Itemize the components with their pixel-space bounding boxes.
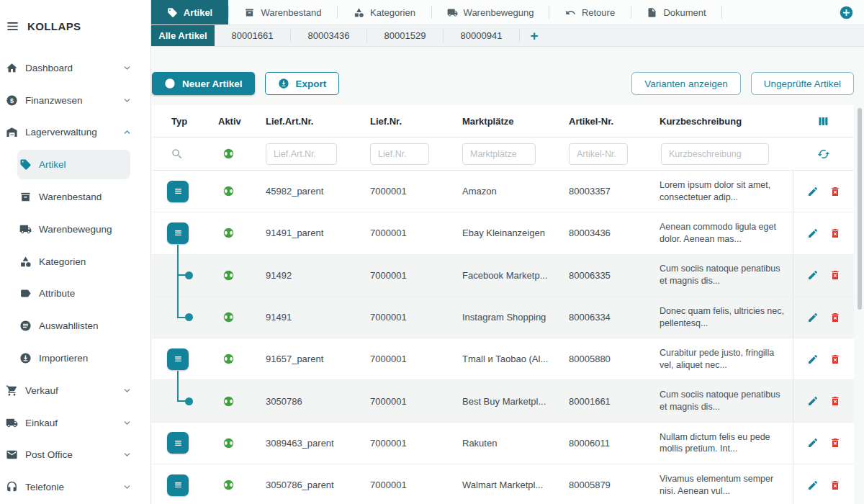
- sidebar-item-verkauf[interactable]: Verkauf: [0, 374, 150, 407]
- subtab-80000941[interactable]: 80000941: [444, 25, 519, 46]
- parent-article-list-button[interactable]: [167, 348, 189, 370]
- list-icon: [172, 227, 184, 239]
- sidebar-item-importieren[interactable]: Importieren: [0, 342, 150, 374]
- parent-article-list-button[interactable]: [167, 181, 189, 202]
- sidebar-item-attribute[interactable]: Attribute: [0, 278, 150, 310]
- sidebar-item-auswahllisten[interactable]: Auswahllisten: [0, 310, 150, 342]
- export-button[interactable]: Export: [265, 72, 340, 95]
- sidebar-item-post-office[interactable]: Post Office: [0, 439, 150, 472]
- edit-icon[interactable]: [807, 395, 819, 407]
- add-subtab-button[interactable]: +: [520, 25, 549, 46]
- sidebar-item-dashboard[interactable]: Dashboard: [0, 52, 150, 84]
- scrollbar-thumb[interactable]: [858, 108, 862, 310]
- parent-article-list-button[interactable]: [167, 222, 189, 244]
- add-tab-button[interactable]: [839, 5, 854, 20]
- edit-icon[interactable]: [807, 437, 819, 449]
- tab-warenbewegung[interactable]: Warenbewegung: [432, 0, 549, 24]
- aktiv-cell: [210, 353, 254, 365]
- row-actions: [793, 338, 854, 379]
- filter-actions-cell: [793, 148, 854, 161]
- mail-envelope-icon: [6, 449, 18, 461]
- edit-icon[interactable]: [807, 269, 819, 281]
- subtab-label: 80000941: [461, 30, 503, 41]
- subtab-alle-artikel[interactable]: Alle Artikel: [151, 25, 215, 46]
- delete-icon[interactable]: [829, 269, 841, 281]
- delete-icon[interactable]: [829, 480, 841, 491]
- aktiv-filter-toggle-icon[interactable]: [222, 148, 235, 160]
- delete-icon[interactable]: [829, 354, 841, 365]
- category-shapes-icon: [19, 256, 32, 268]
- tag-icon: [167, 7, 178, 18]
- filter-input-lief-nr[interactable]: [370, 143, 429, 165]
- sidebar-item-telefonie[interactable]: Telefonie: [0, 471, 150, 503]
- table-row: 91491_parent7000001Ebay Kleinanzeigen800…: [152, 212, 854, 254]
- list-icon: [172, 353, 184, 365]
- tab-warenbestand[interactable]: Warenbestand: [229, 0, 337, 24]
- sidebar-item-artikel[interactable]: Artikel: [0, 148, 150, 181]
- edit-icon[interactable]: [807, 354, 819, 365]
- warehouse-icon: [6, 126, 18, 138]
- marktplatz-value: Tmall и Taobao (Al...: [451, 354, 557, 364]
- chevron-down-icon: [122, 386, 132, 395]
- tab-label: Kategorien: [370, 7, 415, 18]
- headset-icon: [6, 481, 18, 493]
- marktplatz-value: Instagram Shopping: [451, 312, 557, 323]
- edit-icon[interactable]: [807, 186, 819, 197]
- tab-artikel[interactable]: Artikel: [151, 0, 228, 24]
- typ-cell: [152, 380, 210, 421]
- tab-dokument[interactable]: Dokument: [631, 0, 721, 24]
- artikel-nr-value: 80003357: [557, 186, 649, 197]
- edit-icon[interactable]: [807, 312, 819, 323]
- delete-icon[interactable]: [829, 437, 841, 449]
- sidebar-item-lagerverwaltung[interactable]: Lagerverwaltung: [0, 117, 150, 149]
- filter-input-lief-art-nr[interactable]: [266, 143, 337, 165]
- aktiv-cell: [210, 395, 254, 408]
- tab-retoure[interactable]: Retoure: [549, 0, 631, 24]
- filter-input-kurzbeschreibung[interactable]: [661, 143, 769, 165]
- tag-icon: [19, 158, 32, 171]
- table-row: 91657_parent7000001Tmall и Taobao (Al...…: [152, 338, 854, 380]
- delete-icon[interactable]: [829, 186, 841, 197]
- tab-kategorien[interactable]: Kategorien: [338, 0, 431, 24]
- tab-label: Artikel: [184, 7, 212, 18]
- aktiv-cell: [210, 311, 254, 323]
- unchecked-articles-button[interactable]: Ungeprüfte Artikel: [751, 72, 854, 95]
- delete-icon[interactable]: [829, 228, 841, 239]
- filter-input-marktplätze[interactable]: [462, 143, 536, 165]
- typ-cell: [152, 338, 210, 379]
- sidebar-item-finanzwesen[interactable]: $Finanzwesen: [0, 84, 150, 117]
- active-status-icon: [222, 353, 235, 365]
- category-shapes-icon: [354, 7, 364, 18]
- sidebar-item-einkauf[interactable]: Einkauf: [0, 407, 150, 439]
- sidebar: KOLLAPS Dashboard$FinanzwesenLagerverwal…: [0, 0, 151, 504]
- columns-settings-icon[interactable]: [816, 114, 830, 128]
- unchecked-articles-label: Ungeprüfte Artikel: [764, 78, 841, 89]
- table-row: 3089463_parent7000001Rakuten80006011Null…: [152, 423, 854, 464]
- edit-icon[interactable]: [807, 228, 819, 239]
- sidebar-item-warenbewegung[interactable]: Warenbewegung: [0, 213, 150, 246]
- artikel-nr-value: 80003436: [557, 228, 649, 238]
- edit-icon[interactable]: [807, 480, 819, 491]
- refresh-icon[interactable]: [817, 148, 830, 161]
- subtab-80003436[interactable]: 80003436: [291, 25, 366, 46]
- delete-icon[interactable]: [829, 395, 841, 407]
- sidebar-item-kategorien[interactable]: Kategorien: [0, 246, 150, 278]
- artikel-nr-value: 80005879: [557, 480, 649, 490]
- chevron-down-icon: [122, 96, 132, 105]
- menu-icon[interactable]: [6, 19, 19, 33]
- filter-input-artikel-nr[interactable]: [569, 143, 628, 165]
- shopping-cart-icon: [6, 384, 18, 397]
- active-status-icon: [222, 269, 235, 282]
- sidebar-item-label: Artikel: [39, 159, 66, 170]
- sidebar-item-warenbestand[interactable]: Warenbestand: [0, 181, 150, 213]
- parent-article-list-button[interactable]: [167, 474, 189, 496]
- parent-article-list-button[interactable]: [167, 432, 189, 454]
- typ-cell: [152, 171, 210, 212]
- new-article-button[interactable]: Neuer Artikel: [152, 72, 255, 95]
- show-variants-button[interactable]: Varianten anzeigen: [631, 72, 740, 95]
- delete-icon[interactable]: [829, 312, 841, 323]
- subtab-80001661[interactable]: 80001661: [215, 25, 290, 46]
- subtab-label: Alle Artikel: [158, 30, 207, 41]
- subtab-80001529[interactable]: 80001529: [367, 25, 443, 46]
- row-actions: [793, 464, 854, 504]
